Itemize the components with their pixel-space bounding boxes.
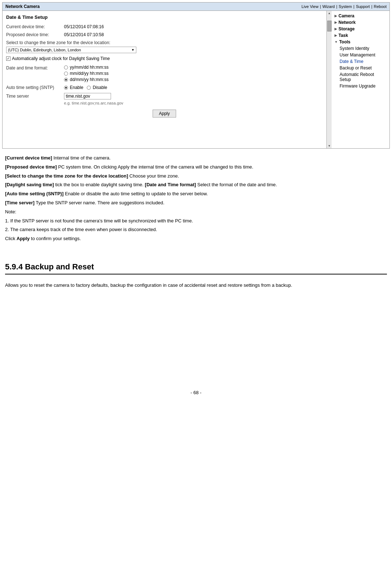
app-titlebar: Network Camera Live View | Wizard | Syst… [3, 3, 389, 11]
sidebar-item-camera[interactable]: ▶ Camera [332, 13, 389, 19]
sntp-disable-radio[interactable] [87, 86, 91, 90]
app-title: Network Camera [5, 4, 40, 9]
desc-current-time-bold: [Current device time] [5, 155, 52, 161]
desc-note1: 1. If the SNTP server is not found the c… [5, 217, 387, 225]
desc-proposed-time-text: PC system time. On clicking Apply the in… [58, 164, 253, 170]
desc-time-server-text: Type the SNTP server name. There are sug… [36, 200, 165, 205]
desc-time-server-bold: [Time server] [5, 200, 34, 205]
timeserver-hint: e.g. time.nist.gov;ns.arc.nasa.gov [64, 101, 323, 105]
sntp-disable-label: Disable [93, 85, 107, 90]
scroll-up-icon[interactable]: ▲ [327, 11, 332, 16]
camera-arrow-icon: ▶ [335, 14, 337, 18]
format-radio-1[interactable] [64, 72, 68, 76]
sidebar-item-task[interactable]: ▶ Task [332, 32, 389, 39]
format-label: Date and time format: [6, 65, 64, 71]
timeserver-label: Time server [6, 94, 64, 99]
apply-button[interactable]: Apply [153, 110, 176, 118]
nav-reboot[interactable]: Reboot [374, 4, 387, 9]
current-time-label: Current device time: [6, 24, 64, 29]
network-arrow-icon: ▶ [335, 21, 337, 24]
sidebar-item-backup-reset[interactable]: Backup or Reset [332, 65, 389, 71]
sntp-row: Auto time setting (SNTP) Enable Disable [6, 85, 323, 90]
desc-current-time: [Current device time] Internal time of t… [5, 154, 387, 162]
sidebar-item-date-time[interactable]: Date & Time [332, 58, 389, 65]
scrollbar[interactable]: ▲ ▼ [327, 11, 332, 148]
sntp-enable-label: Enable [70, 85, 83, 90]
sntp-options: Enable Disable [64, 85, 107, 90]
nav-system[interactable]: System [339, 4, 352, 9]
timeserver-input[interactable] [64, 93, 111, 99]
format-radio-0[interactable] [64, 65, 68, 69]
desc-time-server: [Time server] Type the SNTP server name.… [5, 199, 387, 207]
sntp-disable-option[interactable]: Disable [87, 85, 107, 90]
nav-live-view[interactable]: Live View [302, 4, 319, 9]
desc-timezone: [Select to change the time zone for the … [5, 172, 387, 180]
scroll-thumb[interactable] [327, 21, 332, 31]
section-594-intro: Allows you to reset the camera to factor… [0, 279, 392, 292]
app-window: Network Camera Live View | Wizard | Syst… [2, 2, 390, 149]
sidebar-item-system-identity[interactable]: System Identity [332, 45, 389, 52]
timezone-value: (UTC) Dublin, Edinburgh, Lisbon, London [8, 48, 81, 52]
timeserver-row: Time server [6, 93, 323, 99]
format-option-2[interactable]: dd/mm/yy hh:mm:ss [64, 77, 108, 82]
desc-sntp-text: Enable or disable the auto time setting … [65, 191, 208, 196]
desc-proposed-time-bold: [Proposed device time] [5, 164, 57, 170]
date-time-title: Date & Time Setup [6, 14, 323, 20]
sidebar-item-firmware[interactable]: Firmware Upgrade [332, 83, 389, 89]
desc-note-label: Note: [5, 208, 387, 216]
sidebar-item-user-management[interactable]: User Management [332, 52, 389, 58]
daylight-checkbox[interactable]: ✓ [6, 56, 10, 61]
task-arrow-icon: ▶ [335, 34, 337, 37]
format-row: Date and time format: yy/mm/dd hh:mm:ss … [6, 65, 323, 82]
desc-daylight: [Daylight saving time] tick the box to e… [5, 181, 387, 189]
system-identity-label: System Identity [340, 46, 369, 51]
desc-date-format-bold: [Date and Time format] [145, 182, 196, 187]
nav-sep2: | [336, 4, 337, 9]
page-number-value: - 68 - [191, 390, 201, 395]
sidebar-item-tools[interactable]: ▼ Tools [332, 39, 389, 45]
sidebar-item-storage[interactable]: ▶ Storage [332, 26, 389, 32]
nav-sep4: | [371, 4, 372, 9]
auto-reboot-label: Automatic Reboot Setup [340, 72, 387, 82]
sntp-enable-radio[interactable] [64, 86, 68, 90]
daylight-checkbox-row[interactable]: ✓ Automatically adjust clock for Dayligh… [6, 56, 323, 61]
nav-wizard[interactable]: Wizard [322, 4, 335, 9]
timezone-select[interactable]: (UTC) Dublin, Edinburgh, Lisbon, London … [6, 47, 136, 53]
format-options: yy/mm/dd hh:mm:ss mm/dd/yy hh:mm:ss dd/m… [64, 65, 108, 82]
tools-arrow-icon: ▼ [335, 40, 338, 44]
format-label-1: mm/dd/yy hh:mm:ss [70, 71, 108, 76]
desc-current-time-text: Internal time of the camera. [54, 155, 111, 161]
timezone-row: Select to change the time zone for the d… [6, 40, 323, 53]
camera-label: Camera [338, 13, 354, 18]
sidebar-item-network[interactable]: ▶ Network [332, 19, 389, 26]
nav-sep3: | [353, 4, 354, 9]
desc-timezone-bold: [Select to change the time zone for the … [5, 173, 128, 179]
format-option-0[interactable]: yy/mm/dd hh:mm:ss [64, 65, 108, 70]
current-time-value: 05/12/2014 07:08:16 [64, 24, 104, 29]
dropdown-arrow-icon: ▼ [131, 48, 135, 52]
proposed-time-value: 05/12/2014 07:10:58 [64, 32, 104, 37]
desc-note2: 2. The camera keeps track of the time ev… [5, 226, 387, 234]
desc-sntp-bold: [Auto time setting (SNTP)] [5, 191, 64, 196]
scroll-down-icon[interactable]: ▼ [327, 144, 332, 148]
desc-click-apply-bold: Apply [17, 236, 30, 241]
nav-support[interactable]: Support [356, 4, 370, 9]
sntp-label: Auto time setting (SNTP) [6, 85, 64, 90]
app-body: Date & Time Setup Current device time: 0… [3, 11, 389, 148]
proposed-time-row: Proposed device time: 05/12/2014 07:10:5… [6, 32, 323, 37]
daylight-label: Automatically adjust clock for Daylight … [12, 56, 110, 61]
format-radio-2[interactable] [64, 78, 68, 82]
format-option-1[interactable]: mm/dd/yy hh:mm:ss [64, 71, 108, 76]
network-label: Network [338, 20, 355, 25]
desc-click-apply: Click Apply to confirm your settings. [5, 235, 387, 243]
sidebar-item-auto-reboot[interactable]: Automatic Reboot Setup [332, 71, 389, 83]
desc-date-format-text: Select the format of the date and time. [197, 182, 277, 187]
storage-label: Storage [338, 26, 355, 31]
desc-sntp: [Auto time setting (SNTP)] Enable or dis… [5, 190, 387, 198]
page-number: - 68 - [0, 383, 392, 402]
desc-timezone-text: Choose your time zone. [129, 173, 179, 179]
sntp-enable-option[interactable]: Enable [64, 85, 83, 90]
description-area: [Current device time] Internal time of t… [0, 151, 392, 248]
format-label-2: dd/mm/yy hh:mm:ss [70, 77, 108, 82]
storage-arrow-icon: ▶ [335, 27, 337, 31]
